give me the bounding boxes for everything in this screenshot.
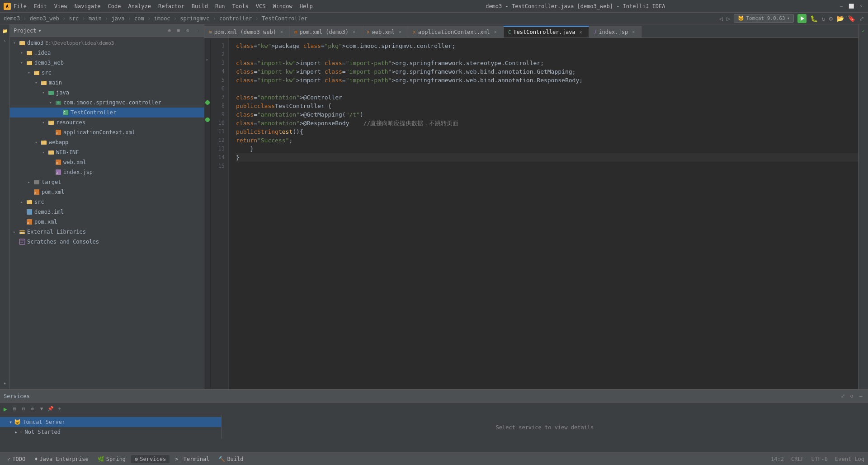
services-add-icon[interactable]: + [56,405,63,413]
tree-item[interactable]: Scratches and Consoles [10,237,204,247]
tab-close-button[interactable]: × [351,29,357,35]
tree-toggle[interactable] [48,169,53,175]
structure-icon[interactable]: ⚡ [0,36,9,45]
breadcrumb-item-3[interactable]: main [89,15,102,22]
menu-item-vcs[interactable]: VCS [256,3,266,9]
bookmark-icon[interactable]: 🔖 [848,15,855,22]
editor-tab[interactable]: xapplicationContext.xml× [408,26,504,38]
services-filter-icon[interactable]: ▼ [38,405,45,413]
tree-item[interactable]: ▾.idea [10,48,204,58]
tree-item[interactable]: ▾src [10,68,204,78]
minimize-button[interactable]: — [838,3,844,9]
tree-toggle[interactable]: ▾ [41,120,46,125]
menu-item-code[interactable]: Code [108,3,121,9]
breadcrumb-item-8[interactable]: controller [219,15,252,22]
bottom-tab-terminal[interactable]: >_Terminal [171,455,213,463]
nav-forward-icon[interactable]: ▷ [726,15,730,22]
menu-item-tools[interactable]: Tools [232,3,249,9]
tree-toggle[interactable]: ▾ [33,80,39,85]
services-pin-icon[interactable]: 📌 [47,405,54,413]
services-settings-icon[interactable]: ⚙ [848,393,855,400]
menu-item-view[interactable]: View [54,3,67,9]
nav-back-icon[interactable]: ◁ [719,15,723,22]
tree-toggle[interactable]: ▾ [19,50,24,56]
tree-item[interactable]: ▾demo3 E:\Developer\idea\demo3 [10,38,204,48]
tree-toggle[interactable] [48,160,53,165]
breadcrumb-item-6[interactable]: imooc [154,15,170,22]
menu-item-window[interactable]: Window [273,3,292,9]
tree-toggle[interactable] [12,239,17,244]
menu-item-navigate[interactable]: Navigate [75,3,101,9]
tree-toggle[interactable]: ▸ [26,179,32,185]
tab-close-button[interactable]: × [630,29,637,35]
tab-close-button[interactable]: × [492,29,499,35]
editor-tab[interactable]: CTestController.java× [504,26,589,38]
tree-item[interactable]: xpom.xml [10,217,204,227]
tree-item[interactable]: xweb.xml [10,157,204,167]
menu-bar[interactable]: FileEditViewNavigateCodeAnalyzeRefactorB… [14,3,313,9]
tab-close-button[interactable]: × [278,29,285,35]
expand-icon[interactable]: ⤢ [859,15,864,22]
menu-item-analyze[interactable]: Analyze [128,3,151,9]
favorites-icon[interactable]: ★ [0,378,9,387]
bottom-tab-todo[interactable]: ✓TODO [4,455,29,463]
menu-item-edit[interactable]: Edit [34,3,47,9]
services-group-icon[interactable]: ⊕ [29,405,36,413]
tree-item[interactable]: ▾WEB-INF [10,147,204,157]
tree-item[interactable]: ▾java [10,88,204,98]
services-close-icon[interactable]: — [857,393,864,400]
tree-toggle[interactable] [55,110,61,115]
tree-item[interactable]: CTestController [10,108,204,117]
tab-close-button[interactable]: × [578,29,584,35]
tree-item[interactable]: ▾demo3_web [10,58,204,68]
tree-toggle[interactable]: ▾ [19,60,24,66]
tree-item[interactable]: xpom.xml [10,187,204,197]
breadcrumb-item-9[interactable]: TestController [262,15,307,22]
editor-tab[interactable]: xweb.xml× [362,26,408,38]
tree-toggle[interactable] [26,189,32,195]
tree-toggle[interactable]: ▾ [33,140,39,145]
breadcrumb-item-0[interactable]: demo3 [4,15,20,22]
status-eventLog[interactable]: Event Log [835,456,864,462]
tree-item[interactable]: demo3.iml [10,207,204,217]
breadcrumb-item-7[interactable]: springmvc [180,15,209,22]
bottom-tab-build[interactable]: 🔨Build [215,455,247,463]
close-button[interactable]: ✕ [858,3,864,9]
bottom-tab-spring[interactable]: 🌿Spring [94,455,129,463]
debug-icon[interactable]: 🐛 [810,15,818,22]
tree-toggle[interactable]: ▾ [41,90,46,95]
tree-toggle[interactable]: ▸ [12,229,17,235]
tree-item[interactable]: ▾main [10,78,204,88]
menu-item-build[interactable]: Build [192,3,208,9]
tree-toggle[interactable]: ▾ [41,150,46,155]
tab-close-button[interactable]: × [397,29,403,35]
tree-item[interactable]: Jindex.jsp [10,167,204,177]
collapse-icon[interactable]: ≡ [175,27,182,34]
maximize-button[interactable]: ⬜ [848,3,854,9]
tree-toggle[interactable]: ▸ [19,199,24,205]
service-item[interactable]: ▾🐱Tomcat Server [0,417,221,427]
run-button[interactable] [797,14,807,23]
breadcrumb-item-4[interactable]: java [112,15,125,22]
menu-item-help[interactable]: Help [300,3,313,9]
editor-tab[interactable]: mpom.xml (demo3_web)× [204,26,290,38]
breadcrumb-item-2[interactable]: src [69,15,79,22]
tree-item[interactable]: ▸target [10,177,204,187]
tree-item[interactable]: ▸External Libraries [10,227,204,237]
tree-item[interactable]: ▸src [10,197,204,207]
services-collapse-all-icon[interactable]: ⊟ [20,405,27,413]
service-toggle[interactable]: ▾ [9,419,12,425]
breadcrumb-item-1[interactable]: demo3_web [30,15,59,22]
tree-item[interactable]: ▾resources [10,117,204,127]
services-run-icon[interactable]: ▶ [2,405,9,413]
folder-icon[interactable]: 📂 [836,15,844,22]
tree-toggle[interactable] [48,130,53,135]
locate-icon[interactable]: ⊕ [166,27,173,34]
bottom-tab-java-enterprise[interactable]: ♦Java Enterprise [31,455,92,463]
service-sub-toggle[interactable]: ▸ [14,429,18,435]
settings-action-icon[interactable]: ⚙ [184,27,191,34]
tree-toggle[interactable]: ▾ [26,70,32,75]
close-panel-icon[interactable]: — [193,27,200,34]
window-controls[interactable]: — ⬜ ✕ [838,3,864,9]
validate-icon[interactable]: ✓ [859,26,868,35]
